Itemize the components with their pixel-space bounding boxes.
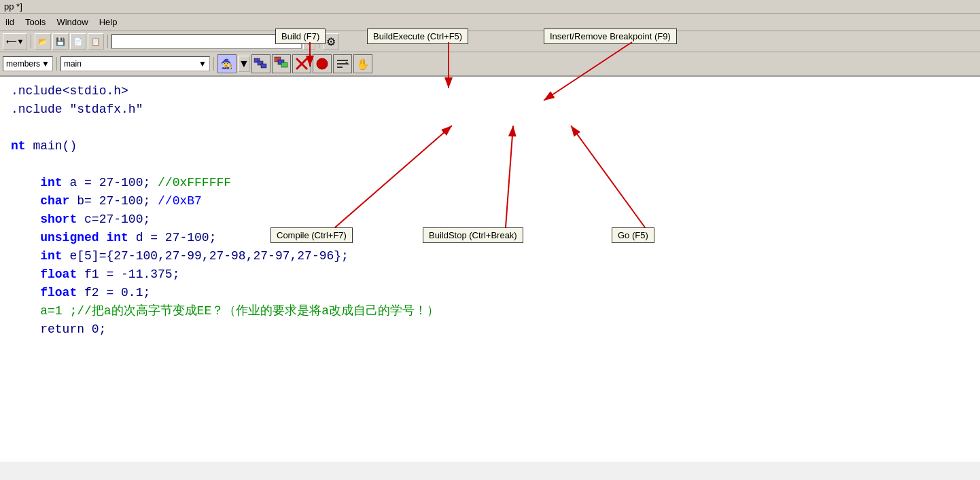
open-btn[interactable]: 📂 — [35, 33, 51, 50]
svg-rect-5 — [281, 62, 287, 67]
title-bar: pp *] — [0, 0, 980, 14]
sep1 — [31, 35, 31, 48]
menu-bar: ild Tools Window Help — [0, 14, 980, 31]
sep4 — [56, 57, 57, 71]
hand-btn[interactable]: ✋ — [353, 54, 372, 73]
search-input[interactable] — [111, 34, 302, 49]
menu-help[interactable]: Help — [94, 16, 123, 29]
menu-build[interactable]: ild — [0, 16, 20, 29]
code-line-2: .nclude "stdafx.h" — [11, 100, 969, 119]
code-line-14: return 0; — [11, 320, 969, 339]
stop-btn[interactable] — [292, 54, 311, 73]
code-line-7: char b= 27-100; //0xB7 — [11, 192, 969, 210]
scope-dropdown-arrow[interactable]: ▼ — [41, 59, 50, 69]
info-btn[interactable]: 📋 — [88, 33, 104, 50]
code-line-10: int e[5]={27-100,27-99,27-98,27-97,27-96… — [11, 247, 969, 265]
code-line-13: a=1 ;//把a的次高字节变成EE？（作业的要求是将a改成自己的学号！） — [11, 302, 969, 320]
func-dropdown-arrow[interactable]: ▼ — [198, 59, 207, 69]
code-line-9: unsigned int d = 27-100; — [11, 229, 969, 247]
menu-tools[interactable]: Tools — [20, 16, 51, 29]
code-line-5 — [11, 155, 969, 174]
search-dropdown[interactable]: ▼ — [303, 33, 315, 50]
save-btn[interactable]: 💾 — [52, 33, 69, 50]
func-dropdown[interactable]: main ▼ — [60, 56, 210, 71]
scope-dropdown[interactable]: members ▼ — [3, 56, 53, 71]
class-wizard-btn[interactable]: 🧙 — [217, 54, 237, 73]
code-line-4: nt main() — [11, 137, 969, 155]
code-line-6: int a = 27-100; //0xFFFFFF — [11, 174, 969, 192]
toolbar-2: members ▼ main ▼ 🧙 ▼ — [0, 52, 980, 77]
func-label: main — [64, 59, 82, 69]
build-icon-btn[interactable]: ⚙ — [323, 33, 339, 50]
breakpoint-btn[interactable] — [313, 54, 332, 73]
code-line-3 — [11, 119, 969, 137]
build-btn[interactable] — [272, 54, 291, 73]
menu-window[interactable]: Window — [51, 16, 93, 29]
sep2 — [107, 35, 108, 48]
scope-label: members — [6, 59, 40, 69]
title-text: pp *] — [4, 1, 22, 12]
code-line-8: short c=27-100; — [11, 210, 969, 229]
compile-btn[interactable] — [251, 54, 270, 73]
class-wizard-dropdown[interactable]: ▼ — [238, 56, 250, 72]
code-editor[interactable]: .nclude<stdio.h> .nclude "stdafx.h" nt m… — [0, 77, 980, 462]
sort-btn[interactable] — [333, 54, 352, 73]
back-forward-btn[interactable]: ⟵▼ — [3, 33, 27, 50]
sep5 — [213, 57, 214, 71]
code-line-1: .nclude<stdio.h> — [11, 82, 969, 100]
code-line-12: float f2 = 0.1; — [11, 284, 969, 302]
sep3 — [319, 35, 319, 48]
toolbar-1: ⟵▼ 📂 💾 📄 📋 ▼ ⚙ — [0, 31, 980, 52]
svg-rect-2 — [261, 64, 266, 68]
code-line-11: float f1 = -11.375; — [11, 265, 969, 284]
save2-btn[interactable]: 📄 — [70, 33, 86, 50]
svg-point-8 — [317, 58, 328, 69]
